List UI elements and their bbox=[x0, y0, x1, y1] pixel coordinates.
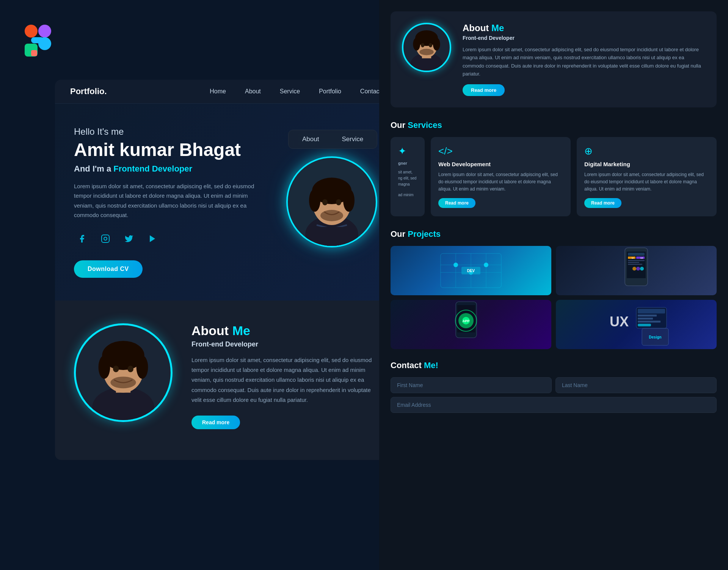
svg-point-35 bbox=[421, 43, 424, 47]
about-subtitle: Front-end Developer bbox=[191, 340, 377, 348]
svg-point-25 bbox=[113, 365, 119, 372]
svg-rect-72 bbox=[638, 315, 657, 316]
svg-point-24 bbox=[136, 355, 148, 379]
svg-text:APP: APP bbox=[463, 319, 470, 323]
about-card-read-more-button[interactable]: Read more bbox=[463, 84, 505, 96]
service-btn-digital[interactable]: Read more bbox=[584, 198, 621, 208]
about-card-role: Front-end Developer bbox=[463, 35, 705, 41]
contact-form bbox=[391, 377, 717, 413]
svg-point-36 bbox=[429, 43, 432, 47]
project-img-4: UX Design bbox=[556, 300, 717, 349]
svg-marker-8 bbox=[150, 235, 155, 242]
service-name-web: Web Developement bbox=[438, 161, 563, 167]
hero-avatar-wrap bbox=[286, 156, 377, 247]
service-btn-web[interactable]: Read more bbox=[438, 198, 475, 208]
project-card-3[interactable]: APP bbox=[391, 300, 551, 349]
svg-text:UX: UX bbox=[610, 314, 629, 329]
about-card-title-highlight: Me bbox=[491, 23, 504, 33]
project-img-3: APP bbox=[391, 300, 551, 349]
contact-section: Contact Me! bbox=[379, 353, 728, 424]
project-card-1[interactable]: DEV bbox=[391, 246, 551, 295]
svg-point-62 bbox=[640, 267, 644, 271]
svg-point-33 bbox=[413, 38, 420, 50]
nav-contact[interactable]: Contact bbox=[360, 88, 381, 94]
about-description: Lorem ipsum dolor sit amet, consectetur … bbox=[191, 355, 377, 405]
nav-about[interactable]: About bbox=[245, 88, 261, 94]
about-card-description: Lorem ipsum dolor sit amet, consectetur … bbox=[463, 46, 705, 78]
svg-rect-18 bbox=[309, 227, 355, 246]
svg-point-16 bbox=[336, 199, 341, 205]
hero-role: And I'm a Frontend Developer bbox=[74, 164, 271, 174]
project-card-4[interactable]: UX Design bbox=[556, 300, 717, 349]
about-avatar-circle bbox=[74, 323, 173, 422]
service-icon-digital: ⊕ bbox=[584, 145, 709, 157]
service-icon-partial: ✦ bbox=[398, 145, 417, 157]
contact-title-highlight: Me! bbox=[424, 361, 438, 370]
svg-text:DEV: DEV bbox=[467, 269, 475, 273]
svg-point-23 bbox=[99, 355, 110, 379]
services-grid: ✦ gner sit amet, ng elit, sed magna ad m… bbox=[391, 137, 717, 217]
services-section: Our Services ✦ gner sit amet, ng elit, s… bbox=[379, 111, 728, 220]
nav-service[interactable]: Service bbox=[280, 88, 300, 94]
logo-area bbox=[23, 23, 53, 62]
nav-home[interactable]: Home bbox=[210, 88, 226, 94]
right-panel: About Me Front-end Developer Lorem ipsum… bbox=[379, 0, 728, 570]
first-name-input[interactable] bbox=[391, 377, 552, 393]
about-title: About Me bbox=[191, 323, 377, 338]
email-input[interactable] bbox=[391, 397, 717, 413]
youtube-icon[interactable] bbox=[144, 231, 160, 247]
svg-point-37 bbox=[419, 49, 434, 55]
svg-rect-59 bbox=[628, 264, 642, 265]
service-icon-web: </> bbox=[438, 145, 563, 157]
services-title-highlight: Services bbox=[408, 120, 442, 130]
about-section: About Me Front-end Developer Lorem ipsum… bbox=[55, 301, 396, 460]
nav-brand: Portfolio. bbox=[70, 87, 107, 96]
svg-point-61 bbox=[636, 267, 640, 271]
svg-point-17 bbox=[320, 210, 343, 221]
projects-title-static: Our bbox=[391, 229, 408, 239]
floating-nav: About Service bbox=[288, 130, 377, 149]
download-cv-button[interactable]: Download CV bbox=[74, 260, 143, 278]
service-card-partial: ✦ gner sit amet, ng elit, sed magna ad m… bbox=[391, 137, 425, 217]
about-card-person-silhouette bbox=[403, 23, 450, 71]
contact-email-row bbox=[391, 397, 717, 413]
about-title-highlight: Me bbox=[232, 323, 250, 338]
twitter-icon[interactable] bbox=[121, 231, 137, 247]
floating-nav-service[interactable]: Service bbox=[342, 135, 363, 143]
svg-text:Design: Design bbox=[649, 335, 661, 339]
svg-point-26 bbox=[128, 365, 133, 372]
facebook-icon[interactable] bbox=[74, 231, 90, 247]
projects-section: Our Projects bbox=[379, 220, 728, 353]
hero-role-static: And I'm a bbox=[74, 164, 113, 173]
svg-point-4 bbox=[38, 37, 51, 50]
svg-rect-52 bbox=[628, 253, 645, 256]
projects-grid: DEV UI UX bbox=[391, 246, 717, 349]
floating-nav-about[interactable]: About bbox=[302, 135, 319, 143]
svg-rect-28 bbox=[96, 396, 151, 418]
about-card-avatar bbox=[402, 23, 451, 72]
svg-rect-0 bbox=[25, 25, 38, 38]
project-img-1: DEV bbox=[391, 246, 551, 295]
project-card-2[interactable]: UI UX bbox=[556, 246, 717, 295]
instagram-icon[interactable] bbox=[97, 231, 113, 247]
last-name-input[interactable] bbox=[555, 377, 717, 393]
svg-rect-73 bbox=[638, 318, 653, 320]
service-name-digital: Digital Marketing bbox=[584, 161, 709, 167]
services-title: Our Services bbox=[391, 115, 717, 130]
about-title-static: About bbox=[191, 323, 232, 338]
contact-title-static: Contact bbox=[391, 361, 424, 370]
about-read-more-button[interactable]: Read more bbox=[191, 416, 240, 429]
nav-portfolio[interactable]: Portfolio bbox=[319, 88, 341, 94]
svg-rect-1 bbox=[38, 25, 51, 38]
nav-links: Home About Service Portfolio Contact bbox=[210, 88, 381, 95]
about-card-info: About Me Front-end Developer Lorem ipsum… bbox=[463, 23, 705, 96]
service-desc-web: Lorem ipsum dolor sit amet, consectetur … bbox=[438, 171, 563, 193]
svg-rect-5 bbox=[31, 50, 37, 56]
svg-text:UX: UX bbox=[640, 257, 643, 259]
about-card-top: About Me Front-end Developer Lorem ipsum… bbox=[391, 11, 717, 107]
contact-title: Contact Me! bbox=[391, 357, 717, 370]
service-card-web: </> Web Developement Lorem ipsum dolor s… bbox=[431, 137, 571, 217]
svg-point-13 bbox=[309, 189, 320, 212]
svg-rect-74 bbox=[638, 321, 661, 323]
contact-name-row bbox=[391, 377, 717, 393]
